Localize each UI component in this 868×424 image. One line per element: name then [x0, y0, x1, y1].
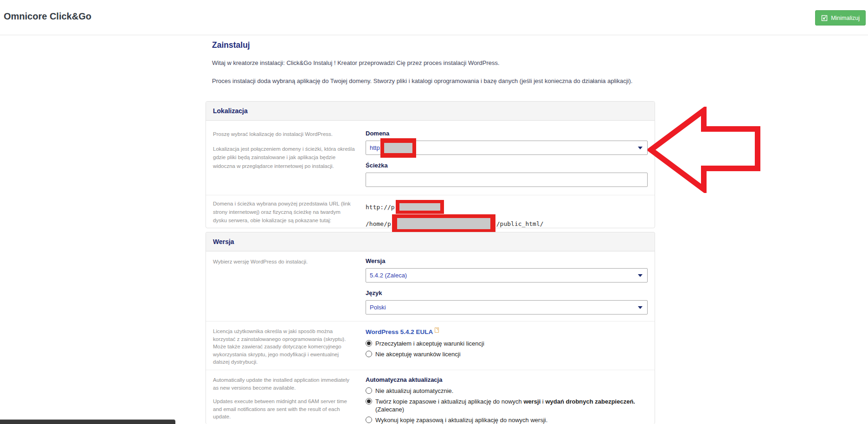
- location-summary-row: Domena i ścieżka wybrana powyżej przedst…: [206, 195, 655, 228]
- section-wersja: Wersja Wybierz wersję WordPress do insta…: [206, 232, 655, 424]
- version-row: Wybierz wersję WordPress do instalacji. …: [206, 251, 655, 321]
- autoupdate-option-backup-all[interactable]: Twórz kopie zapasowe i aktualizuj aplika…: [366, 398, 648, 413]
- app-title: Omnicore Click&Go: [4, 11, 91, 22]
- language-select[interactable]: Polski: [366, 300, 648, 315]
- language-label: Język: [366, 289, 648, 296]
- intro-paragraph-2: Proces instalacji doda wybraną aplikację…: [212, 77, 643, 86]
- chevron-down-icon: [638, 274, 643, 277]
- app-window: Omnicore Click&Go Minimalizuj Zainstaluj…: [0, 0, 868, 424]
- section-lokalizacja: Lokalizacja Proszę wybrać lokalizację do…: [206, 101, 655, 228]
- version-label: Wersja: [366, 257, 648, 264]
- app-header: Omnicore Click&Go Minimalizuj: [0, 0, 868, 35]
- bottom-bar-fragment: [0, 419, 175, 424]
- autoupdate-option-none-label: Nie aktualizuj automatycznie.: [375, 387, 453, 395]
- radio-checked-icon[interactable]: [366, 340, 372, 347]
- eula-row: Licencja użytkownika określa w jaki spos…: [206, 321, 655, 370]
- autoupdate-option-backup-major-label: Wykonuj kopię zapasową i aktualizuj apli…: [375, 416, 547, 424]
- redaction-box-path: [392, 214, 495, 233]
- fs-path-prefix: /home/p: [366, 220, 391, 227]
- eula-link[interactable]: WordPress 5.4.2 EULA: [366, 328, 433, 336]
- autoupdate-option-backup-major[interactable]: Wykonuj kopię zapasową i aktualizuj apli…: [366, 416, 648, 424]
- path-input[interactable]: [366, 173, 648, 187]
- version-select[interactable]: 5.4.2 (Zaleca): [366, 268, 648, 283]
- chevron-down-icon: [638, 147, 643, 149]
- autoupdate-option-backup-all-label: Twórz kopie zapasowe i aktualizuj aplika…: [375, 398, 635, 413]
- path-label: Ścieżka: [366, 162, 648, 169]
- version-select-value: 5.4.2 (Zaleca): [370, 272, 407, 279]
- autoupdate-recommended-note: (Zalecane): [375, 406, 404, 413]
- location-description-3: Domena i ścieżka wybrana powyżej przedst…: [213, 199, 355, 225]
- radio-unchecked-icon[interactable]: [366, 387, 372, 394]
- autoupdate-row: Automatically update the installed appli…: [206, 370, 655, 424]
- eula-description: Licencja użytkownika określa w jaki spos…: [213, 328, 355, 366]
- version-description: Wybierz wersję WordPress do instalacji.: [213, 257, 355, 266]
- external-link-icon: [435, 328, 439, 333]
- url-prefix: http://p: [366, 204, 395, 211]
- redaction-box-url: [396, 200, 444, 214]
- domain-select[interactable]: http://: [366, 141, 648, 155]
- radio-unchecked-icon[interactable]: [366, 351, 372, 357]
- minimize-button-label: Minimalizuj: [831, 15, 860, 21]
- location-row: Proszę wybrać lokalizację do instalacji …: [206, 121, 655, 195]
- autoupdate-description-1: Automatically update the installed appli…: [213, 376, 355, 392]
- language-select-value: Polski: [370, 304, 386, 311]
- minimize-icon: [821, 15, 828, 21]
- chevron-down-icon: [638, 306, 643, 309]
- installer-intro: Zainstaluj Witaj w kreatorze instalacji:…: [212, 40, 643, 86]
- section-header-wersja: Wersja: [206, 232, 655, 251]
- eula-accept-label: Przeczytałem i akceptuję warunki licencj…: [375, 340, 484, 347]
- location-description-1: Proszę wybrać lokalizację do instalacji …: [213, 130, 355, 139]
- section-header-lokalizacja: Lokalizacja: [206, 102, 655, 121]
- eula-accept-option[interactable]: Przeczytałem i akceptuję warunki licencj…: [366, 340, 648, 347]
- domain-label: Domena: [366, 130, 648, 137]
- autoupdate-description-2: Updates execute between midnight and 6AM…: [213, 398, 355, 421]
- page-title: Zainstaluj: [212, 40, 643, 50]
- autoupdate-label: Automatyczna aktualizacja: [366, 376, 648, 383]
- radio-checked-icon[interactable]: [366, 398, 372, 405]
- eula-decline-option[interactable]: Nie akceptuję warunków licencji: [366, 350, 648, 358]
- fs-path-suffix: /public_html/: [496, 220, 544, 227]
- eula-decline-label: Nie akceptuję warunków licencji: [375, 350, 461, 358]
- radio-unchecked-icon[interactable]: [366, 417, 372, 423]
- minimize-button[interactable]: Minimalizuj: [815, 10, 866, 26]
- resulting-fs-path: /home/p /public_html/: [366, 214, 648, 233]
- autoupdate-option-none[interactable]: Nie aktualizuj automatycznie.: [366, 387, 648, 395]
- location-description-2: Lokalizacja jest połączeniem domeny i śc…: [213, 145, 355, 171]
- red-arrow-left-icon: [648, 107, 762, 193]
- resulting-url: http://p: [366, 199, 648, 214]
- redaction-box-domain: [380, 138, 416, 158]
- intro-paragraph-1: Witaj w kreatorze instalacji: Click&Go I…: [212, 58, 643, 68]
